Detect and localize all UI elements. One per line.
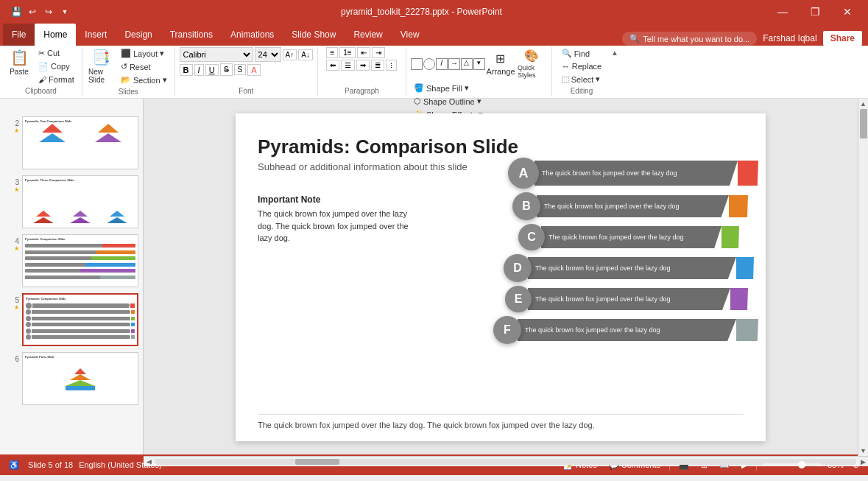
quick-styles-button[interactable]: 🎨 Quick Styles	[516, 47, 547, 80]
decrease-font-button[interactable]: A↓	[298, 49, 313, 60]
font-size-select[interactable]: 24	[255, 47, 281, 62]
color-block-c	[721, 226, 739, 248]
slide-thumb-img-2[interactable]: Pyramids: Two-Comparison Slide	[22, 116, 138, 169]
underline-button[interactable]: U	[205, 64, 219, 76]
right-scrollbar[interactable]: ▲ ▼	[858, 99, 868, 456]
ribbon-group-font: Calibri 24 A↑ A↓ B I U S̶ S A Font	[175, 47, 318, 96]
bar-blue	[131, 323, 135, 326]
undo-button[interactable]: ↩	[25, 4, 40, 19]
tab-insert[interactable]: Insert	[76, 24, 116, 46]
minimize-button[interactable]: —	[768, 0, 797, 24]
layout-button[interactable]: ⬛ Layout ▾	[118, 47, 170, 60]
pyramid-row-d: D The quick brown fox jumped over the la…	[479, 254, 758, 282]
slide-thumb-img-6[interactable]: Pyramids Parts Slide	[22, 352, 138, 405]
slide-thumb-6[interactable]: 6 Pyramids Parts Slide	[3, 351, 140, 407]
tab-review[interactable]: Review	[345, 24, 391, 46]
scroll-thumb[interactable]	[860, 109, 867, 138]
new-slide-label: New Slide	[88, 68, 115, 84]
zoom-thumb[interactable]	[798, 461, 805, 468]
shape-arrow[interactable]: →	[448, 58, 460, 70]
indent-less-button[interactable]: ⇤	[357, 47, 370, 58]
slide-thumb-img-5[interactable]: Pyramids: Comparison Slide	[22, 293, 138, 346]
copy-button[interactable]: 📄 Copy	[35, 60, 77, 73]
italic-button[interactable]: I	[194, 64, 204, 76]
replace-button[interactable]: ↔ Replace	[559, 60, 604, 72]
slide-canvas[interactable]: Pyramids: Comparison Slide Subhead or ad…	[236, 113, 766, 441]
thumb-left-2	[25, 124, 80, 164]
slide-star-4: ★	[14, 245, 19, 252]
bullets-button[interactable]: ≡	[326, 47, 338, 58]
tab-view[interactable]: View	[392, 24, 428, 46]
strikethrough-button[interactable]: S̶	[220, 63, 233, 76]
numbering-button[interactable]: 1≡	[339, 47, 355, 58]
canvas-area[interactable]: Pyramids: Comparison Slide Subhead or ad…	[144, 99, 858, 456]
customize-qat-button[interactable]: ▼	[57, 4, 72, 19]
align-left-button[interactable]: ⬅	[326, 60, 339, 71]
shape-line[interactable]: /	[436, 58, 448, 70]
shape-rect[interactable]	[411, 58, 423, 70]
arrange-button[interactable]: ⊞ Arrange	[487, 50, 514, 77]
find-button[interactable]: 🔍 Find	[559, 47, 593, 60]
shape-fill-button[interactable]: 🪣 Shape Fill ▾	[411, 82, 486, 94]
shadow-button[interactable]: S	[234, 64, 247, 75]
align-right-button[interactable]: ➡	[356, 60, 370, 71]
slide-panel[interactable]: 2 ★ Pyramids: Two-Comparison Slide	[0, 99, 144, 454]
slide-num-col-5: 5 ★	[4, 293, 19, 311]
tab-transitions[interactable]: Transitions	[161, 24, 222, 46]
save-button[interactable]: 💾	[9, 4, 24, 19]
cut-button[interactable]: ✂ Cut	[35, 47, 77, 60]
new-slide-button[interactable]: 📑 New Slide	[87, 47, 116, 85]
tell-me-box[interactable]: 🔍 Tell me what you want to do...	[622, 32, 757, 46]
select-button[interactable]: ⬚ Select ▾	[559, 73, 604, 85]
thumb-tri-blue	[39, 133, 66, 142]
section-button[interactable]: 📂 Section ▾	[118, 74, 170, 86]
scroll-down-button[interactable]: ▼	[858, 446, 869, 456]
slide-thumb-5[interactable]: 5 ★ Pyramids: Comparison Slide	[3, 292, 140, 348]
bar-gray-a-full: The quick brown fox jumped over the lazy…	[534, 161, 738, 186]
shape-oval[interactable]	[423, 58, 435, 70]
h-scroll-track[interactable]	[155, 459, 856, 465]
arrange-label: Arrange	[486, 67, 515, 76]
scroll-up-button[interactable]: ▲	[858, 99, 869, 109]
thumb-tri-orange	[98, 124, 119, 133]
slide-thumb-2[interactable]: 2 ★ Pyramids: Two-Comparison Slide	[3, 115, 140, 171]
share-button[interactable]: Share	[823, 31, 862, 46]
tab-home[interactable]: Home	[35, 24, 76, 46]
restore-button[interactable]: ❒	[800, 0, 830, 24]
ribbon-expand[interactable]: ▲	[611, 47, 621, 96]
tab-file[interactable]: File	[3, 24, 35, 46]
tab-animations[interactable]: Animations	[222, 24, 283, 46]
redo-button[interactable]: ↪	[41, 4, 56, 19]
color-block-d	[736, 257, 754, 279]
slide-thumb-3[interactable]: 3 ★ Pyramids: Three-Comparison Slide	[3, 174, 140, 230]
bar-d	[25, 263, 135, 267]
close-button[interactable]: ✕	[833, 0, 862, 24]
slide-thumb-img-4[interactable]: Pyramids: Comparison Slide	[22, 234, 138, 287]
font-color-button[interactable]: A	[247, 64, 260, 76]
increase-font-button[interactable]: A↑	[283, 49, 297, 60]
shape-triangle[interactable]: △	[461, 58, 473, 70]
tri-mid-6	[70, 374, 91, 380]
tab-slide-show[interactable]: Slide Show	[283, 24, 345, 46]
slide-note-box: Important Note The quick brown fox jumpe…	[258, 194, 412, 245]
slide-thumb-img-3[interactable]: Pyramids: Three-Comparison Slide	[22, 175, 138, 228]
circle-b	[26, 309, 31, 315]
tri1	[36, 211, 51, 217]
slide-thumb-4[interactable]: 4 ★ Pyramids: Comparison Slide	[3, 233, 140, 289]
font-family-select[interactable]: Calibri	[180, 47, 253, 62]
h-scroll-thumb[interactable]	[295, 459, 339, 465]
align-center-button[interactable]: ☰	[341, 60, 355, 71]
format-painter-button[interactable]: 🖌 Format	[35, 74, 77, 85]
justify-button[interactable]: ≣	[371, 60, 384, 71]
shapes-more[interactable]: ▾	[473, 58, 485, 70]
reset-button[interactable]: ↺ Reset	[118, 60, 170, 73]
ribbon-group-drawing: / → △ ▾ ⊞ Arrange 🎨 Quick Styles 🪣 Shape…	[406, 47, 552, 96]
tab-design[interactable]: Design	[116, 24, 160, 46]
indent-more-button[interactable]: ⇥	[372, 47, 385, 58]
ribbon-expand-icon: ▲	[611, 49, 618, 57]
columns-button[interactable]: ⫶	[386, 60, 397, 71]
scroll-track[interactable]	[858, 109, 869, 446]
paste-button[interactable]: 📋 Paste	[4, 47, 34, 77]
zoom-slider[interactable]	[763, 463, 822, 466]
bold-button[interactable]: B	[180, 64, 193, 76]
